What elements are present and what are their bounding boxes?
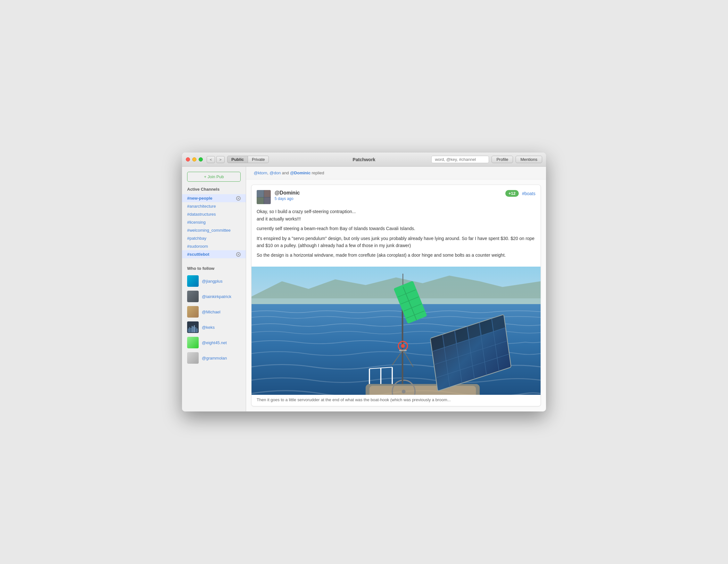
follow-list: @jiangplus @iainkirkpatrick @Michael	[182, 273, 246, 366]
channel-name: #welcoming_committee	[187, 228, 231, 233]
reaction-badge[interactable]: +12	[505, 190, 519, 197]
post-avatar	[257, 190, 271, 204]
post-meta-right: +12 #boats	[505, 190, 535, 197]
avatar	[187, 352, 199, 364]
channel-list: #new-people #anarchitecture #datastructu…	[182, 194, 246, 258]
svg-rect-2	[189, 327, 190, 332]
post-author-area: @Dominic 5 days ago	[257, 190, 300, 204]
close-button[interactable]	[186, 157, 190, 162]
channel-item[interactable]: #licensing	[182, 218, 246, 226]
mention-dominic: @Dominic	[290, 170, 310, 175]
search-input[interactable]	[431, 156, 489, 163]
follow-item[interactable]: @grammolan	[182, 350, 246, 366]
svg-rect-1	[188, 328, 189, 332]
svg-point-16	[402, 390, 406, 394]
svg-rect-25	[399, 350, 407, 351]
window-title: Patchwork	[353, 157, 376, 162]
mention-ktorn: @ktorn	[254, 170, 267, 175]
forward-button[interactable]: >	[216, 156, 225, 163]
author-info: @Dominic 5 days ago	[275, 190, 300, 201]
channel-item[interactable]: #datastructures	[182, 210, 246, 218]
follow-handle: @keks	[202, 325, 215, 330]
svg-rect-5	[193, 327, 194, 332]
channel-name: #anarchitecture	[187, 204, 216, 209]
public-view-button[interactable]: Public	[227, 156, 248, 163]
avatar	[187, 291, 199, 302]
replied-text2: and	[281, 170, 290, 175]
svg-rect-6	[194, 325, 195, 332]
nav-buttons: < >	[207, 156, 225, 163]
content-area: + Join Pub Active Channels #new-people #…	[182, 167, 546, 411]
follow-item[interactable]: @iainkirkpatrick	[182, 289, 246, 304]
author-name[interactable]: @Dominic	[275, 190, 300, 196]
channel-name: #datastructures	[187, 212, 216, 217]
back-button[interactable]: <	[207, 156, 215, 163]
titlebar: < > Public Private Patchwork Profile Men…	[182, 153, 546, 167]
channel-name: #scuttlebot	[187, 252, 209, 257]
channel-indicator-icon	[236, 196, 241, 201]
post-body: Okay, so I build a crazy self-steering c…	[252, 208, 541, 266]
channel-item[interactable]: #new-people	[182, 194, 246, 202]
svg-rect-8	[196, 328, 198, 332]
private-view-button[interactable]: Private	[248, 156, 269, 163]
channel-name: #licensing	[187, 220, 206, 225]
follow-handle: @Michael	[202, 310, 220, 314]
view-toggle: Public Private	[227, 156, 269, 163]
channel-name: #new-people	[187, 196, 212, 201]
svg-rect-21	[402, 300, 403, 384]
post-image-caption: Then it goes to a little servorudder at …	[252, 395, 541, 406]
maximize-button[interactable]	[199, 157, 203, 162]
join-pub-button[interactable]: + Join Pub	[187, 172, 241, 182]
channel-name: #patchbay	[187, 236, 206, 241]
avatar	[187, 275, 199, 287]
main-feed: @ktorn, @don and @Dominic replied	[246, 167, 546, 411]
post-time: 5 days ago	[275, 196, 300, 201]
follow-handle: @jiangplus	[202, 279, 223, 284]
post-header: @Dominic 5 days ago +12 #boats	[252, 185, 541, 208]
channel-item[interactable]: #scuttlebot	[182, 250, 246, 258]
svg-rect-7	[195, 327, 196, 332]
avatar	[187, 337, 199, 348]
app-window: < > Public Private Patchwork Profile Men…	[182, 153, 546, 411]
mention-don: @don	[269, 170, 281, 175]
post-image	[252, 267, 541, 395]
channel-indicator-icon	[236, 252, 241, 257]
post-card: @Dominic 5 days ago +12 #boats Okay, so …	[251, 185, 541, 406]
svg-point-24	[401, 344, 405, 348]
channel-item[interactable]: #anarchitecture	[182, 202, 246, 210]
post-paragraph: Okay, so I build a crazy self-steering c…	[257, 208, 535, 222]
traffic-lights	[186, 157, 203, 162]
sidebar: + Join Pub Active Channels #new-people #…	[182, 167, 246, 411]
channel-name: #sudoroom	[187, 244, 208, 249]
titlebar-right: Profile Mentions	[431, 156, 542, 163]
post-paragraph: So the design is a horizontal windvane, …	[257, 252, 535, 259]
post-channel-tag[interactable]: #boats	[522, 191, 535, 196]
replied-text3: replied	[310, 170, 324, 175]
avatar	[187, 306, 199, 318]
caption-text: Then it goes to a little servorudder at …	[257, 397, 451, 402]
svg-rect-3	[190, 328, 192, 332]
post-paragraph: It's enspired by a "servo pendulum" desi…	[257, 235, 535, 249]
follow-item[interactable]: @Michael	[182, 304, 246, 319]
follow-handle: @grammolan	[202, 356, 227, 361]
follow-handle: @iainkirkpatrick	[202, 294, 231, 299]
mentions-button[interactable]: Mentions	[516, 156, 542, 163]
who-to-follow-title: Who to follow	[182, 263, 246, 273]
svg-rect-4	[192, 326, 193, 332]
follow-item[interactable]: @keks	[182, 319, 246, 335]
follow-handle: @eight45.net	[202, 340, 227, 345]
replied-notice: @ktorn, @don and @Dominic replied	[246, 167, 546, 179]
channel-item[interactable]: #sudoroom	[182, 242, 246, 250]
follow-item[interactable]: @jiangplus	[182, 273, 246, 289]
channel-item[interactable]: #patchbay	[182, 234, 246, 242]
channel-item[interactable]: #welcoming_committee	[182, 226, 246, 234]
follow-item[interactable]: @eight45.net	[182, 335, 246, 350]
svg-rect-14	[369, 386, 476, 395]
minimize-button[interactable]	[192, 157, 196, 162]
avatar	[187, 321, 199, 333]
post-paragraph: currently self steering a beam-reach fro…	[257, 225, 535, 232]
active-channels-title: Active Channels	[182, 187, 246, 194]
profile-button[interactable]: Profile	[492, 156, 513, 163]
